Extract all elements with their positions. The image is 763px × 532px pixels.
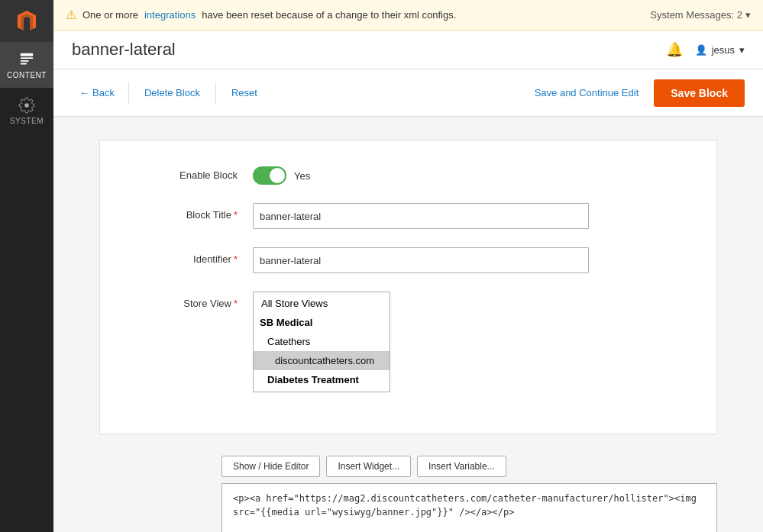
block-title-row: Block Title* — [131, 203, 686, 229]
sidebar: CONTENT SYSTEM — [0, 0, 53, 532]
toolbar: ← Back Delete Block Reset Save and Conti… — [53, 69, 763, 117]
store-view-required: * — [234, 298, 238, 309]
integrations-link[interactable]: integrations — [144, 9, 196, 21]
enable-block-toggle-label: Yes — [294, 170, 310, 182]
svg-marker-1 — [21, 14, 33, 31]
store-option-sb-medical[interactable]: SB Medical — [254, 313, 390, 332]
system-icon — [18, 97, 35, 114]
store-view-select[interactable]: All Store Views SB Medical Catethers dis… — [254, 292, 390, 392]
identifier-input[interactable] — [253, 247, 589, 273]
page-header: banner-lateral 🔔 👤 jesus ▾ — [53, 31, 763, 69]
system-messages-label: System Messages: 2 — [650, 9, 742, 21]
system-messages-btn[interactable]: System Messages: 2 ▾ — [650, 9, 751, 21]
store-view-label: Store View* — [131, 292, 238, 309]
store-option-catethers[interactable]: Catethers — [254, 332, 390, 351]
logo — [0, 0, 53, 42]
identifier-row: Identifier* — [131, 247, 686, 273]
identifier-label: Identifier* — [131, 247, 238, 265]
enable-block-toggle[interactable] — [253, 166, 286, 185]
back-button[interactable]: ← Back — [72, 82, 122, 103]
store-option-diabetes-treatment[interactable]: Diabetes Treatment — [254, 370, 390, 389]
svg-point-6 — [24, 103, 29, 108]
show-hide-editor-button[interactable]: Show / Hide Editor — [221, 456, 320, 477]
store-option-discountcatheters[interactable]: discountcatheters.com — [254, 351, 390, 370]
svg-rect-4 — [21, 60, 29, 61]
notification-bar: ⚠ One or more integrations have been res… — [53, 0, 763, 31]
svg-rect-2 — [21, 53, 34, 56]
block-title-label: Block Title* — [131, 203, 238, 221]
editor-content-area: <p><a href="https://mag2.discountcathete… — [221, 483, 717, 532]
svg-rect-3 — [21, 57, 34, 59]
sidebar-item-content[interactable]: CONTENT — [0, 42, 53, 88]
store-view-list[interactable]: All Store Views SB Medical Catethers dis… — [253, 292, 390, 392]
header-icons: 🔔 👤 jesus ▾ — [666, 41, 745, 58]
enable-block-label: Enable Block — [131, 163, 238, 181]
toolbar-divider-2 — [215, 82, 216, 105]
svg-rect-5 — [21, 63, 27, 64]
warning-icon: ⚠ — [66, 8, 76, 22]
insert-variable-button[interactable]: Insert Variable... — [417, 456, 506, 477]
sidebar-system-label: SYSTEM — [10, 117, 44, 125]
notification-text-start: One or more — [82, 9, 138, 21]
user-menu[interactable]: 👤 jesus ▾ — [695, 44, 745, 56]
store-option-all[interactable]: All Store Views — [254, 294, 390, 313]
store-option-diabetictreatment[interactable]: diabetictreatment.com — [254, 389, 390, 392]
form-section: Enable Block Yes Block Title* — [99, 140, 717, 434]
sidebar-item-system[interactable]: SYSTEM — [0, 88, 53, 134]
notification-message: ⚠ One or more integrations have been res… — [66, 8, 456, 22]
save-and-continue-button[interactable]: Save and Continue Edit — [525, 82, 648, 103]
editor-textarea[interactable]: <p><a href="https://mag2.discountcathete… — [221, 483, 717, 532]
editor-buttons: Show / Hide Editor Insert Widget... Inse… — [99, 443, 717, 477]
block-title-required: * — [234, 209, 238, 221]
block-title-input[interactable] — [253, 203, 589, 229]
magento-logo — [15, 9, 39, 34]
reset-button[interactable]: Reset — [222, 82, 267, 103]
insert-widget-button[interactable]: Insert Widget... — [326, 456, 411, 477]
enable-block-row: Enable Block Yes — [131, 163, 686, 185]
svg-marker-0 — [18, 11, 36, 29]
chevron-icon: ▾ — [745, 9, 751, 21]
toolbar-divider-1 — [128, 82, 129, 105]
content-icon — [18, 51, 35, 68]
enable-block-toggle-wrap: Yes — [253, 163, 686, 185]
identifier-required: * — [234, 253, 238, 265]
notifications-bell-button[interactable]: 🔔 — [666, 41, 683, 58]
user-avatar-icon: 👤 — [695, 44, 707, 56]
store-view-row: Store View* All Store Views SB Medical C… — [131, 292, 686, 392]
user-chevron-icon: ▾ — [739, 44, 745, 56]
editor-section: Show / Hide Editor Insert Widget... Inse… — [99, 443, 717, 532]
back-label: Back — [92, 87, 115, 98]
save-block-button[interactable]: Save Block — [654, 79, 745, 107]
notification-text-end: have been reset because of a change to t… — [202, 9, 456, 21]
content-area: Enable Block Yes Block Title* — [53, 117, 763, 532]
user-name: jesus — [712, 44, 735, 56]
page-title: banner-lateral — [72, 40, 176, 60]
main-area: ⚠ One or more integrations have been res… — [53, 0, 763, 532]
sidebar-content-label: CONTENT — [7, 71, 47, 79]
delete-block-button[interactable]: Delete Block — [135, 82, 209, 103]
back-arrow-icon: ← — [79, 87, 89, 98]
